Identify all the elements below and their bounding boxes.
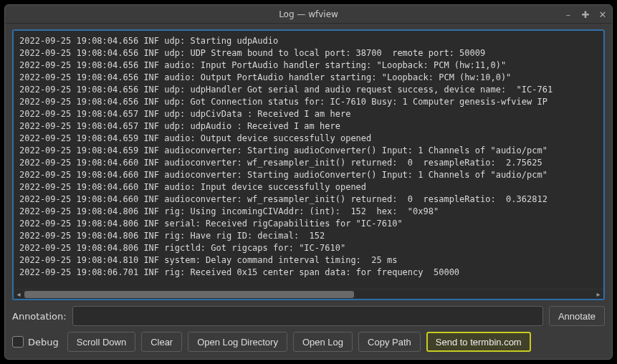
scroll-right-icon[interactable]: ▸	[593, 289, 603, 300]
copy-path-button[interactable]: Copy Path	[358, 332, 421, 352]
annotation-label: Annotation:	[12, 311, 67, 322]
titlebar: Log — wfview – ✚ ✕	[5, 5, 612, 24]
log-view[interactable]: 2022-09-25 19:08:04.656 INF udp: Startin…	[12, 29, 605, 300]
log-text[interactable]: 2022-09-25 19:08:04.656 INF udp: Startin…	[14, 31, 603, 289]
scroll-down-button[interactable]: Scroll Down	[67, 332, 135, 352]
close-icon[interactable]: ✕	[598, 9, 608, 20]
scroll-track[interactable]	[24, 291, 593, 298]
checkbox-box-icon[interactable]	[12, 336, 24, 348]
annotate-button[interactable]: Annotate	[549, 306, 605, 326]
window: Log — wfview – ✚ ✕ 2022-09-25 19:08:04.6…	[4, 4, 613, 360]
horizontal-scrollbar[interactable]: ◂ ▸	[14, 289, 603, 299]
minimize-icon[interactable]: –	[563, 9, 573, 20]
debug-checkbox[interactable]: Debug	[12, 336, 59, 348]
clear-button[interactable]: Clear	[141, 332, 182, 352]
annotation-input[interactable]	[72, 306, 543, 326]
maximize-icon[interactable]: ✚	[580, 9, 590, 20]
open-log-button[interactable]: Open Log	[293, 332, 353, 352]
send-to-termbin-button[interactable]: Send to termbin.com	[426, 332, 531, 352]
open-log-directory-button[interactable]: Open Log Directory	[188, 332, 287, 352]
scroll-left-icon[interactable]: ◂	[14, 289, 24, 300]
scroll-thumb[interactable]	[24, 291, 354, 298]
debug-label: Debug	[28, 337, 59, 348]
window-title: Log — wfview	[279, 9, 338, 19]
